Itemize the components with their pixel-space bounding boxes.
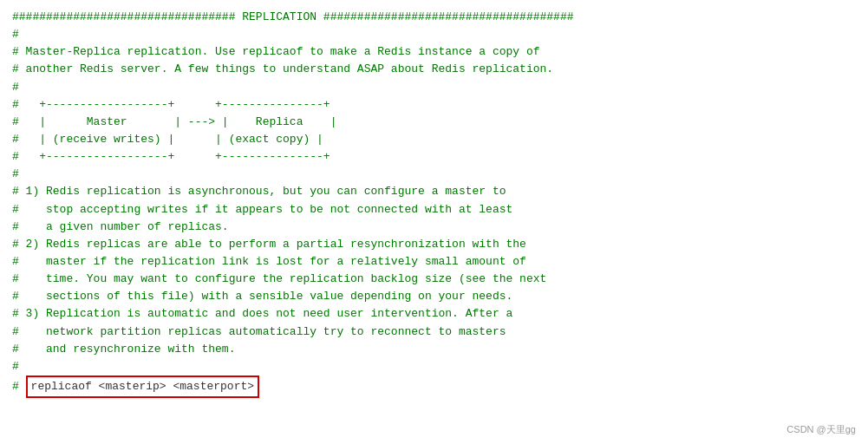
line-17: # sections of this file) with a sensible… bbox=[12, 288, 856, 305]
line-15: # master if the replication link is lost… bbox=[12, 253, 856, 271]
replicaof-highlight: replicaof <masterip> <masterport> bbox=[26, 375, 259, 398]
line-13: # a given number of replicas. bbox=[12, 219, 856, 236]
line-9: # +------------------+ +---------------+ bbox=[12, 148, 856, 166]
line-12: # stop accepting writes if it appears to… bbox=[12, 201, 856, 219]
line-5: # bbox=[12, 79, 856, 96]
line-4: # another Redis server. A few things to … bbox=[12, 61, 856, 78]
line-22: # replicaof <masterip> <masterport> bbox=[12, 375, 856, 398]
line-21: # bbox=[12, 358, 856, 375]
watermark: CSDN @天里gg bbox=[786, 422, 856, 437]
line-7: # | Master | ---> | Replica | bbox=[12, 114, 856, 131]
line-18: # 3) Replication is automatic and does n… bbox=[12, 305, 856, 323]
editor-area: ################################# REPLIC… bbox=[0, 0, 868, 444]
line-16: # time. You may want to configure the re… bbox=[12, 271, 856, 288]
line-19: # network partition replicas automatical… bbox=[12, 323, 856, 341]
line-8: # | (receive writes) | | (exact copy) | bbox=[12, 131, 856, 148]
line-14: # 2) Redis replicas are able to perform … bbox=[12, 236, 856, 253]
line-1: ################################# REPLIC… bbox=[12, 9, 856, 26]
line-3: # Master-Replica replication. Use replic… bbox=[12, 43, 856, 61]
line-10: # bbox=[12, 166, 856, 183]
line-20: # and resynchronize with them. bbox=[12, 341, 856, 358]
line-2: # bbox=[12, 26, 856, 43]
line-11: # 1) Redis replication is asynchronous, … bbox=[12, 183, 856, 200]
line-6: # +------------------+ +---------------+ bbox=[12, 96, 856, 114]
